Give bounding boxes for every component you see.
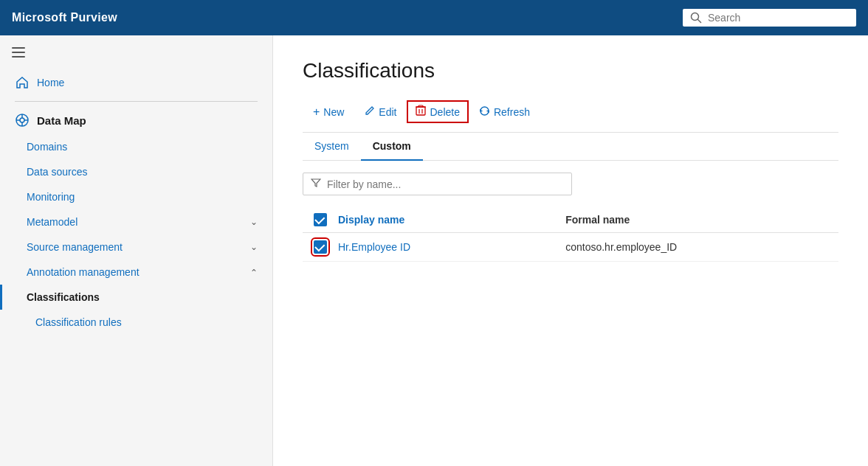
sidebar-item-domains[interactable]: Domains (0, 134, 272, 159)
main-layout: Home Data Map Domains Data sources (0, 35, 868, 466)
search-input[interactable] (708, 12, 849, 24)
sidebar-item-metamodel[interactable]: Metamodel ⌄ (0, 209, 272, 234)
sidebar-domains-label: Domains (27, 141, 67, 153)
delete-button[interactable]: Delete (407, 100, 468, 123)
chevron-down-icon: ⌄ (250, 217, 258, 227)
svg-rect-11 (416, 107, 425, 115)
tab-system[interactable]: System (303, 133, 361, 161)
sidebar-data-map-label: Data Map (37, 114, 86, 127)
search-icon (690, 12, 702, 24)
table-row: Hr.Employee ID contoso.hr.employee_ID (303, 233, 838, 262)
svg-rect-3 (12, 52, 25, 53)
filter-icon (311, 178, 321, 190)
content-area: Classifications + New Edit (273, 35, 868, 466)
row-checkbox-col[interactable] (303, 240, 338, 254)
sidebar-item-data-sources[interactable]: Data sources (0, 159, 272, 184)
row-formal-name: contoso.hr.employee_ID (565, 241, 838, 253)
search-bar[interactable] (683, 9, 856, 27)
home-icon (15, 75, 30, 90)
app-title: Microsoft Purview (12, 11, 117, 24)
hamburger-menu[interactable] (0, 41, 272, 69)
sidebar-item-classification-rules[interactable]: Classification rules (0, 310, 272, 335)
sidebar-metamodel-label: Metamodel (27, 216, 78, 228)
sidebar-classifications-label: Classifications (27, 291, 100, 303)
row-display-name: Hr.Employee ID (338, 241, 565, 253)
sidebar-item-annotation-management[interactable]: Annotation management ⌄ (0, 260, 272, 285)
filter-input[interactable] (327, 178, 564, 190)
svg-rect-2 (12, 47, 25, 49)
refresh-icon (479, 105, 490, 119)
sidebar-source-management-label: Source management (27, 241, 123, 253)
chevron-up-icon: ⌄ (250, 267, 258, 277)
new-label: New (323, 106, 344, 118)
filter-bar (303, 173, 838, 195)
chevron-down-icon-2: ⌄ (250, 242, 258, 252)
plus-icon: + (313, 105, 320, 119)
col-display-name-header: Display name (338, 214, 565, 226)
sidebar-annotation-management-label: Annotation management (27, 266, 140, 278)
sidebar-data-sources-label: Data sources (27, 166, 87, 178)
sidebar-item-data-map[interactable]: Data Map (0, 106, 272, 134)
edit-button[interactable]: Edit (354, 101, 407, 122)
sidebar: Home Data Map Domains Data sources (0, 35, 273, 466)
toolbar: + New Edit (303, 100, 838, 133)
edit-icon (365, 105, 375, 118)
refresh-button[interactable]: Refresh (469, 101, 540, 123)
col-formal-name-header: Formal name (565, 214, 838, 226)
delete-label: Delete (430, 106, 459, 118)
topbar: Microsoft Purview (0, 0, 868, 35)
sidebar-monitoring-label: Monitoring (27, 191, 75, 203)
page-title: Classifications (303, 59, 838, 83)
refresh-label: Refresh (494, 106, 530, 118)
svg-point-6 (20, 118, 24, 122)
sidebar-item-monitoring[interactable]: Monitoring (0, 184, 272, 209)
select-all-checkbox[interactable] (314, 213, 327, 226)
header-checkbox-col[interactable] (303, 213, 338, 226)
new-button[interactable]: + New (303, 101, 354, 123)
svg-line-1 (698, 20, 701, 23)
table-header: Display name Formal name (303, 207, 838, 233)
tab-system-label: System (314, 140, 349, 152)
sidebar-item-classifications[interactable]: Classifications (0, 285, 272, 310)
tab-custom-label: Custom (373, 140, 411, 152)
trash-icon (416, 105, 426, 119)
filter-input-container[interactable] (303, 173, 572, 195)
edit-label: Edit (379, 106, 396, 118)
tabs: System Custom (303, 133, 838, 161)
sidebar-divider-1 (15, 101, 258, 102)
row-checkbox[interactable] (314, 240, 327, 254)
sidebar-item-home[interactable]: Home (0, 69, 272, 97)
sidebar-home-label: Home (37, 77, 64, 88)
sidebar-item-source-management[interactable]: Source management ⌄ (0, 234, 272, 260)
sidebar-classification-rules-label: Classification rules (35, 316, 122, 328)
data-map-icon (15, 113, 30, 128)
svg-rect-4 (12, 56, 25, 58)
tab-custom[interactable]: Custom (361, 133, 423, 161)
